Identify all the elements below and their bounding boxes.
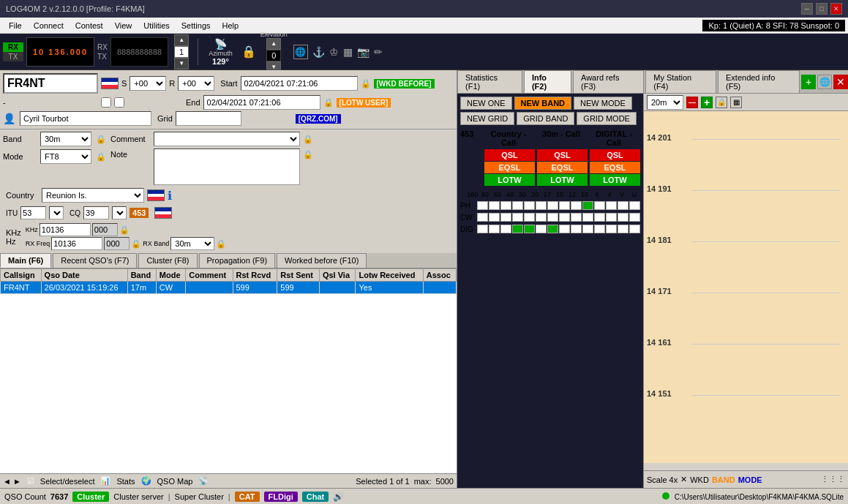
wf-lock-button[interactable]: 🔒 (716, 97, 727, 108)
checkbox1[interactable] (101, 97, 111, 108)
checkbox2[interactable] (114, 97, 124, 108)
cq-select[interactable] (112, 206, 127, 219)
start-lock-icon[interactable]: 🔒 (361, 79, 371, 89)
wf-scrollbar[interactable] (644, 463, 848, 470)
qsl-status-grid: QSL EQSL LOTW QSL EQSL LOTW QSL EQSL LOT… (460, 149, 640, 186)
horizontal-scroll-area[interactable]: ◄ ► (3, 477, 21, 486)
cat-badge[interactable]: CAT (235, 492, 260, 502)
mode-lock[interactable]: 🔒 (96, 152, 106, 162)
menu-file[interactable]: File (3, 20, 28, 31)
new-band-button[interactable]: NEW BAND (514, 97, 572, 110)
rxfreq-lock[interactable]: 🔒 (131, 239, 141, 249)
mode-select[interactable]: FT8CWSSB (40, 149, 91, 164)
tab-info[interactable]: Info (F2) (524, 70, 571, 93)
wf-grid-button[interactable]: ▦ (730, 97, 742, 108)
pencil-icon[interactable]: ✏ (374, 46, 383, 58)
menu-view[interactable]: View (109, 20, 138, 31)
tab-bar: Main (F6) Recent QSO's (F7) Cluster (F8)… (0, 253, 457, 268)
title-bar-controls[interactable]: ─ □ ✕ (801, 3, 842, 15)
cluster-badge[interactable]: Cluster (72, 492, 109, 502)
camera-icon[interactable]: 📷 (357, 46, 369, 58)
comment-label: Comment (110, 135, 151, 143)
minimize-button[interactable]: ─ (801, 3, 813, 15)
end-date-input[interactable] (203, 95, 320, 110)
wf-minus-button[interactable]: ─ (686, 97, 698, 108)
select-deselect-label[interactable]: Select/deselect (40, 477, 95, 486)
tab-extended-info[interactable]: Extended info (F5) (718, 70, 800, 93)
tab-award-refs[interactable]: Award refs (F3) (573, 70, 644, 93)
fldigi-badge[interactable]: FLDigi (264, 492, 298, 502)
anchor-icon[interactable]: ⚓ (312, 46, 325, 58)
new-grid-button[interactable]: NEW GRID (460, 112, 514, 125)
globe-icon[interactable]: 🌐 (293, 45, 308, 59)
menu-settings[interactable]: Settings (176, 20, 217, 31)
tab-propagation[interactable]: Propagation (F9) (199, 253, 276, 268)
end-lock-icon[interactable]: 🔒 (323, 98, 334, 108)
comment-select[interactable] (154, 132, 300, 146)
operator-name-input[interactable] (20, 111, 151, 126)
cq-input[interactable] (83, 206, 109, 219)
tab-worked-before[interactable]: Worked before (F10) (277, 253, 367, 268)
globe-tab-button[interactable]: 🌐 (817, 75, 832, 89)
grid-input[interactable] (176, 111, 241, 126)
tab-my-station[interactable]: My Station (F4) (645, 70, 716, 93)
s-select[interactable]: +00 (130, 76, 166, 91)
grid-icon[interactable]: ▦ (343, 46, 353, 58)
frequency-display[interactable]: 10 136.000 (26, 37, 94, 67)
crown-icon[interactable]: ♔ (329, 46, 339, 58)
rxfreq-input[interactable] (51, 237, 102, 250)
qso-map-label[interactable]: QSO Map (157, 477, 193, 486)
start-date-input[interactable] (241, 76, 358, 91)
rxband-select[interactable]: 30m (170, 237, 214, 250)
wf-plus-button[interactable]: + (701, 97, 713, 108)
tab-cluster[interactable]: Cluster (F8) (138, 253, 197, 268)
new-one-button[interactable]: NEW ONE (460, 97, 512, 110)
new-mode-button[interactable]: NEW MODE (574, 97, 632, 110)
remove-tab-button[interactable]: ✕ (833, 75, 848, 89)
band-mode-area: Band 30m17m20m 🔒 Mode FT8CWSSB 🔒 (0, 129, 457, 253)
lock-icon[interactable]: 🔒 (241, 45, 256, 59)
country-info-icon[interactable]: ℹ (168, 189, 172, 203)
comment-lock[interactable]: 🔒 (303, 135, 313, 144)
freq-khz-input[interactable] (40, 223, 91, 236)
grid-band-button[interactable]: GRID BAND (517, 112, 574, 125)
cluster-server-label[interactable]: Cluster server (113, 492, 163, 501)
close-button[interactable]: ✕ (830, 3, 842, 15)
band-select[interactable]: 30m17m20m (40, 132, 91, 146)
selected-info: Selected 1 of 1 (356, 477, 409, 486)
tab-recent-qsos[interactable]: Recent QSO's (F7) (53, 253, 137, 268)
table-area[interactable]: Callsign Qso Date Band Mode Comment Rst … (0, 268, 457, 473)
super-cluster-label[interactable]: Super Cluster (175, 492, 224, 501)
itu-select[interactable] (49, 206, 64, 219)
tab-main[interactable]: Main (F6) (0, 253, 51, 268)
itu-input[interactable] (20, 206, 46, 219)
add-tab-button[interactable]: + (801, 75, 816, 89)
waterfall-band-select[interactable]: 20m (647, 95, 683, 110)
table-row[interactable]: FR4NT26/03/2021 15:19:2617mCW599599Yes (1, 282, 457, 294)
restore-button[interactable]: □ (816, 3, 828, 15)
stats-label[interactable]: Stats (116, 477, 135, 486)
r-select[interactable]: +00 (178, 76, 214, 91)
menu-contest[interactable]: Contest (70, 20, 109, 31)
band-lock[interactable]: 🔒 (96, 135, 106, 144)
menu-help[interactable]: Help (217, 20, 245, 31)
menu-utilities[interactable]: Utilities (138, 20, 175, 31)
elev-up-btn[interactable]: ▲ (266, 38, 281, 50)
spin-up-button[interactable]: ▲ (174, 34, 189, 46)
spinner-control[interactable]: ▲ 1 ▼ (174, 34, 189, 69)
chat-badge[interactable]: Chat (302, 492, 329, 502)
spin-down-button[interactable]: ▼ (174, 58, 189, 69)
grid-mode-button[interactable]: GRID MODE (577, 112, 637, 125)
rxband-lock[interactable]: 🔒 (216, 239, 226, 249)
freq-lock[interactable]: 🔒 (119, 225, 130, 235)
qso-map-icon: 🌍 (141, 476, 151, 486)
country-select[interactable]: Reunion Is. (42, 188, 144, 203)
callsign-input[interactable] (3, 73, 98, 94)
note-textarea[interactable] (154, 148, 300, 185)
menu-connect[interactable]: Connect (28, 20, 70, 31)
note-lock[interactable]: 🔒 (303, 148, 313, 159)
tab-statistics[interactable]: Statistics (F1) (457, 70, 522, 93)
dig-row: DIG (460, 225, 640, 233)
qso-count-label: QSO Count (4, 492, 46, 501)
rxfreq-hz (104, 237, 130, 250)
